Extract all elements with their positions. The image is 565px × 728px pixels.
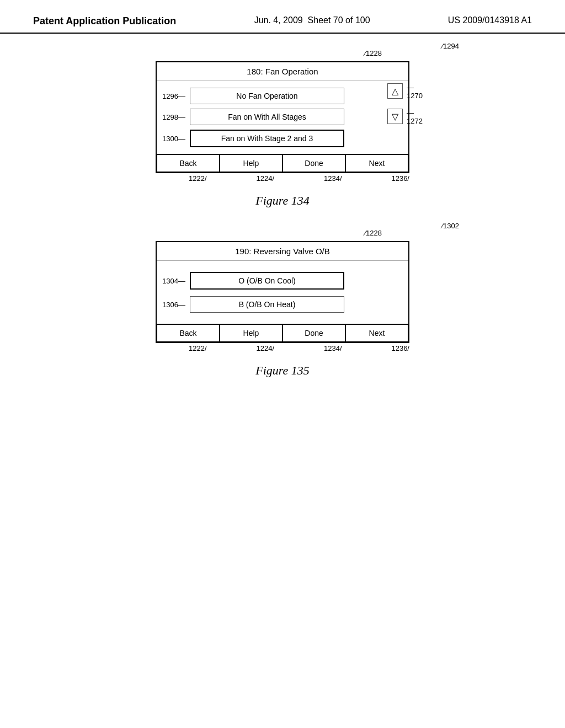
figure-134-block: ∕1294 ∕1228 180: Fan Operation 1296— [156, 61, 409, 213]
ref-1272: —1272 [407, 109, 423, 125]
screen-134-list: 1296— No Fan Operation 1298— Fan on With… [157, 81, 408, 154]
done-button-135[interactable]: Done [282, 324, 345, 342]
option-o-cool[interactable]: O (O/B On Cool) [190, 272, 344, 290]
ref-1300: 1300— [157, 135, 190, 143]
screen-135-title: 190: Reversing Valve O/B [157, 242, 408, 261]
ref-1294: ∕1294 [442, 42, 459, 50]
option-fan-all-stages[interactable]: Fan on With All Stages [190, 109, 344, 125]
ref-1302: ∕1302 [442, 222, 459, 230]
ref-1228-fig135: ∕1228 [365, 229, 382, 237]
screen-135-buttons: Back Help Done Next [157, 324, 408, 342]
next-button-134[interactable]: Next [345, 154, 408, 172]
next-button-135[interactable]: Next [345, 324, 408, 342]
ref-1306: 1306— [157, 301, 190, 309]
option-fan-stage2and3[interactable]: Fan on With Stage 2 and 3 [190, 130, 344, 147]
header-right: US 2009/0143918 A1 [448, 15, 532, 25]
help-button-134[interactable]: Help [220, 154, 282, 172]
ref-1296: 1296— [157, 92, 190, 100]
header-left: Patent Application Publication [33, 15, 176, 27]
list-item-1304: 1304— O (O/B On Cool) [157, 271, 408, 291]
screen-135: 190: Reversing Valve O/B 1304— O (O/B On… [156, 241, 409, 343]
screen-134-buttons: Back Help Done Next [157, 154, 408, 172]
bottom-ref-1222-135: 1222/ [189, 344, 207, 352]
figure-135-block: ∕1302 ∕1228 190: Reversing Valve O/B 130… [156, 241, 409, 383]
bottom-ref-1234-135: 1234/ [324, 344, 342, 352]
bottom-ref-1222-134: 1222/ [189, 174, 207, 183]
list-item-1306: 1306— B (O/B On Heat) [157, 295, 408, 314]
screen-135-list: 1304— O (O/B On Cool) 1306— B (O/B On He… [157, 261, 408, 324]
list-item-1296: 1296— No Fan Operation [157, 87, 408, 105]
option-b-heat[interactable]: B (O/B On Heat) [190, 296, 344, 313]
done-button-134[interactable]: Done [282, 154, 345, 172]
header-center: Jun. 4, 2009 Sheet 70 of 100 [254, 15, 370, 25]
bottom-ref-1236-134: 1236/ [391, 174, 409, 183]
bottom-ref-1224-134: 1224/ [256, 174, 274, 183]
list-item-1298: 1298— Fan on With All Stages [157, 108, 408, 126]
list-item-1300: 1300— Fan on With Stage 2 and 3 [157, 129, 408, 148]
help-button-135[interactable]: Help [220, 324, 282, 342]
figure-135-caption: Figure 135 [255, 363, 310, 378]
screen-134: 180: Fan Operation 1296— No Fan Operatio… [156, 61, 409, 173]
bottom-ref-1234-134: 1234/ [324, 174, 342, 183]
bottom-ref-1236-135: 1236/ [391, 344, 409, 352]
patent-header: Patent Application Publication Jun. 4, 2… [0, 0, 565, 34]
arrow-down-icon[interactable]: ▽ [387, 109, 403, 124]
bottom-ref-1224-135: 1224/ [256, 344, 274, 352]
ref-1298: 1298— [157, 113, 190, 121]
screen-134-title: 180: Fan Operation [157, 62, 408, 81]
figure-134-caption: Figure 134 [255, 194, 310, 208]
ref-1304: 1304— [157, 277, 190, 285]
back-button-134[interactable]: Back [157, 154, 220, 172]
ref-1228-fig134: ∕1228 [365, 49, 382, 57]
arrow-up-icon[interactable]: △ [387, 83, 403, 99]
back-button-135[interactable]: Back [157, 324, 220, 342]
option-no-fan[interactable]: No Fan Operation [190, 88, 344, 104]
ref-1270: —1270 [407, 83, 423, 100]
